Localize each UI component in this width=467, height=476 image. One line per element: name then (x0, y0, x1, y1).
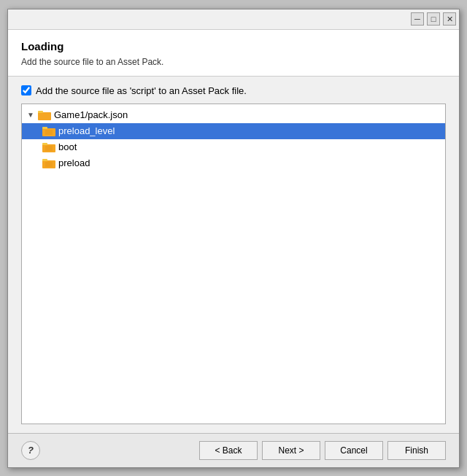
checkbox-row: Add the source file as 'script' to an As… (21, 85, 446, 96)
close-button[interactable]: ✕ (443, 12, 456, 26)
tree-root: ▼ Game1/pack.json (22, 104, 445, 174)
dialog-subtitle: Add the source file to an Asset Pack. (21, 57, 446, 67)
header-section: Loading Add the source file to an Asset … (8, 30, 459, 77)
cancel-button[interactable]: Cancel (325, 441, 383, 460)
tree-item-preload[interactable]: preload (22, 155, 445, 171)
add-script-checkbox[interactable] (21, 85, 31, 95)
tree-item-preload-level[interactable]: preload_level (22, 123, 445, 139)
folder-icon-preload (42, 158, 55, 168)
tree-item-root[interactable]: ▼ Game1/pack.json (22, 107, 445, 123)
folder-icon-root (38, 110, 51, 120)
svg-rect-10 (45, 162, 53, 167)
folder-icon-boot (42, 142, 55, 152)
minimize-button[interactable]: ─ (411, 12, 424, 26)
svg-rect-6 (42, 143, 47, 145)
expand-icon: ▼ (26, 111, 35, 119)
dialog-title: Loading (21, 40, 446, 52)
back-button[interactable]: < Back (199, 441, 258, 460)
title-bar: ─ □ ✕ (8, 9, 459, 30)
content-section: Add the source file as 'script' to an As… (8, 77, 459, 433)
tree-item-preload-label: preload (58, 157, 90, 168)
tree-container[interactable]: ▼ Game1/pack.json (21, 104, 446, 424)
svg-rect-0 (38, 112, 51, 120)
footer-right: < Back Next > Cancel Finish (199, 441, 446, 460)
finish-button[interactable]: Finish (387, 441, 446, 460)
svg-rect-1 (38, 111, 43, 113)
footer-left: ? (21, 441, 40, 460)
tree-root-label: Game1/pack.json (54, 109, 128, 120)
maximize-button[interactable]: □ (427, 12, 440, 26)
add-script-label: Add the source file as 'script' to an As… (36, 85, 247, 96)
svg-rect-9 (42, 159, 47, 161)
footer-section: ? < Back Next > Cancel Finish (8, 433, 459, 467)
tree-item-boot-label: boot (58, 141, 77, 152)
svg-rect-3 (42, 127, 47, 129)
svg-rect-7 (45, 146, 53, 151)
dialog-window: ─ □ ✕ Loading Add the source file to an … (7, 9, 460, 468)
folder-icon-preload-level (42, 126, 55, 136)
tree-item-preload-level-label: preload_level (58, 125, 115, 136)
tree-item-boot[interactable]: boot (22, 139, 445, 155)
help-button[interactable]: ? (21, 441, 40, 460)
svg-rect-4 (45, 130, 53, 135)
next-button[interactable]: Next > (262, 441, 320, 460)
